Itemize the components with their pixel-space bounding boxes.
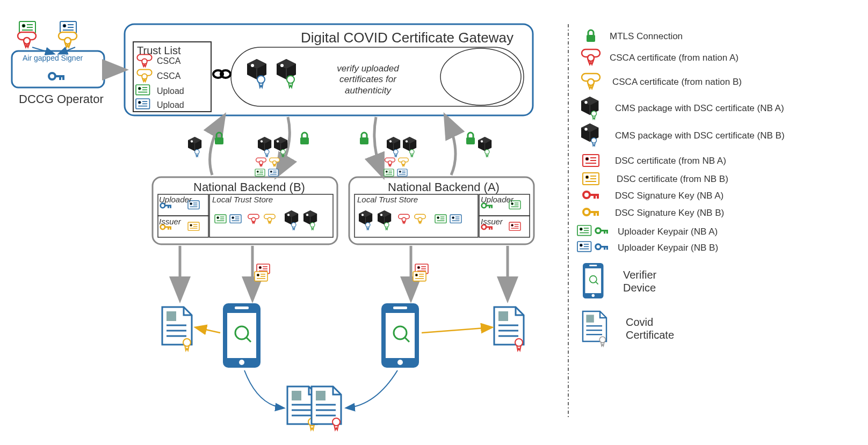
verifier-device-icon xyxy=(223,303,261,368)
csca-scroll-icon xyxy=(59,32,77,47)
covid-cert-icon xyxy=(162,307,192,351)
verifier-device-icon xyxy=(381,303,419,368)
trust-store-label: Local Trust Store xyxy=(212,195,273,205)
lock-icon xyxy=(215,133,223,144)
trust-list-item: Upload xyxy=(157,100,184,110)
gateway-title: Digital COVID Certificate Gateway xyxy=(301,30,513,46)
legend-covid: Covid Certificate xyxy=(626,316,690,341)
verifier-device-icon xyxy=(583,263,604,298)
lock-icon xyxy=(300,133,309,144)
legend-cms-b: CMS package with DSC certificate (NB B) xyxy=(615,130,785,141)
issuer-label: Issuer xyxy=(481,217,503,227)
legend-up-b: Uploader Keypair (NB B) xyxy=(618,243,718,253)
legend-dsc-a: DSC certificate (from NB A) xyxy=(615,156,726,166)
legend-verifier: Verifier Device xyxy=(623,268,677,294)
dsc-card-icon xyxy=(583,155,599,166)
signer-label: Air gapped Signer xyxy=(23,54,83,63)
csca-scroll-icon xyxy=(582,49,600,64)
backend-a-title: National Backend (A) xyxy=(388,180,500,194)
diagram-svg xyxy=(0,0,868,445)
csca-scroll-icon xyxy=(18,32,36,47)
legend-csca-b: CSCA certificate (from nation B) xyxy=(612,77,742,87)
key-icon xyxy=(583,192,599,199)
gateway-verify-text: verify uploaded certificates for authent… xyxy=(322,63,414,96)
upload-card-icon xyxy=(19,21,35,33)
key-icon xyxy=(583,209,599,216)
operator-label: DCCG Operator xyxy=(19,92,104,106)
legend-sig-b: DSC Signature Key (NB B) xyxy=(615,208,724,218)
trust-list-item: Upload xyxy=(157,86,184,96)
uploader-label: Uploader xyxy=(481,195,513,205)
legend-dsc-b: DSC certificate (from NB B) xyxy=(617,174,728,185)
issuer-label: Issuer xyxy=(159,217,181,227)
lock-icon xyxy=(360,133,368,144)
lock-icon xyxy=(466,133,475,144)
lock-icon xyxy=(587,30,595,42)
covid-cert-icon xyxy=(494,307,524,351)
covid-cert-icon xyxy=(583,311,606,346)
trust-list-title: Trust List xyxy=(137,44,181,57)
legend-mtls: MTLS Connection xyxy=(610,31,683,42)
trust-store-label: Local Trust Store xyxy=(357,195,418,205)
trust-list-item: CSCA xyxy=(157,71,180,81)
covid-cert-icon xyxy=(312,386,341,430)
uploader-label: Uploader xyxy=(159,195,192,205)
legend-cms-a: CMS package with DSC certificate (NB A) xyxy=(615,103,784,114)
dsc-card-icon xyxy=(583,173,599,185)
legend-csca-a: CSCA certificate (from nation A) xyxy=(610,53,739,63)
legend-up-a: Uploader Keypair (NB A) xyxy=(618,227,718,237)
trust-list-item: CSCA xyxy=(157,56,180,66)
csca-scroll-icon xyxy=(582,74,600,89)
upload-card-icon xyxy=(60,21,76,33)
legend-sig-a: DSC Signature Key (NB A) xyxy=(615,191,724,201)
backend-b-title: National Backend (B) xyxy=(193,180,305,194)
svg-point-24 xyxy=(440,48,521,105)
